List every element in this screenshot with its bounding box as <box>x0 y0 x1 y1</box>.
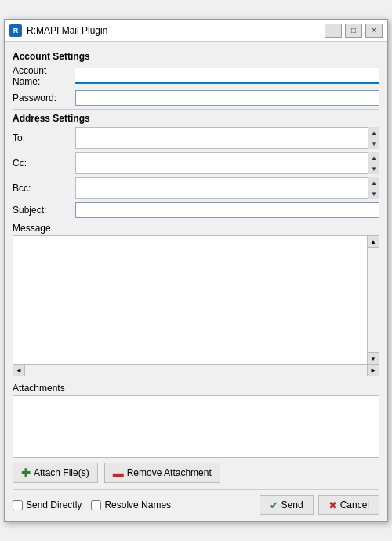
subject-label: Subject: <box>13 205 75 216</box>
content-area: Account Settings Account Name: Password:… <box>5 42 387 521</box>
to-scroll-down[interactable]: ▼ <box>368 138 379 149</box>
cancel-button[interactable]: ✖ Cancel <box>318 495 379 515</box>
main-window: R R:MAPI Mail Plugin – □ × Account Setti… <box>4 19 388 522</box>
subject-row: Subject: <box>13 202 379 218</box>
password-row: Password: <box>13 90 379 106</box>
action-buttons: ✔ Send ✖ Cancel <box>260 495 379 515</box>
minus-icon: ▬ <box>113 467 124 479</box>
attach-files-label: Attach File(s) <box>34 467 89 478</box>
account-name-label: Account Name: <box>13 65 75 87</box>
remove-attachment-button[interactable]: ▬ Remove Attachment <box>104 463 220 483</box>
check-icon: ✔ <box>270 499 278 511</box>
message-scroll-right[interactable]: ► <box>367 365 379 376</box>
password-label: Password: <box>13 93 75 103</box>
subject-input[interactable] <box>75 202 379 218</box>
to-scroll-up[interactable]: ▲ <box>368 127 379 138</box>
attach-files-button[interactable]: ✚ Attach File(s) <box>13 463 98 483</box>
cc-scroll-down[interactable]: ▼ <box>368 163 379 174</box>
bcc-field-wrapper: ▲ ▼ <box>75 177 379 199</box>
cc-label: Cc: <box>13 158 75 169</box>
x-icon: ✖ <box>328 499 337 511</box>
remove-attachment-label: Remove Attachment <box>127 467 212 478</box>
account-settings-label: Account Settings <box>13 51 379 62</box>
close-button[interactable]: × <box>365 24 383 38</box>
attachments-label: Attachments <box>13 383 379 394</box>
title-bar: R R:MAPI Mail Plugin – □ × <box>5 20 387 42</box>
message-scroll-left[interactable]: ◄ <box>13 365 25 376</box>
message-scroll-down[interactable]: ▼ <box>368 352 379 364</box>
message-hscroll-bar: ◄ ► <box>13 364 379 376</box>
window-title: R:MAPI Mail Plugin <box>27 25 325 36</box>
attachments-section: Attachments <box>13 383 379 458</box>
to-field-wrapper: ▲ ▼ <box>75 127 379 149</box>
app-icon: R <box>9 24 22 37</box>
window-controls: – □ × <box>325 24 383 38</box>
message-wrapper: ▲ ▼ ◄ ► <box>13 235 379 376</box>
cc-input[interactable] <box>75 152 379 174</box>
account-name-input[interactable] <box>75 68 379 84</box>
cc-field-wrapper: ▲ ▼ <box>75 152 379 174</box>
cc-row: Cc: ▲ ▼ <box>13 152 379 174</box>
message-hscroll-track <box>25 365 367 376</box>
cancel-label: Cancel <box>340 499 369 510</box>
checkbox-group: Send Directly Resolve Names <box>13 499 260 510</box>
address-settings-label: Address Settings <box>13 113 379 124</box>
resolve-names-item[interactable]: Resolve Names <box>91 499 171 510</box>
to-label: To: <box>13 133 75 143</box>
message-textarea[interactable] <box>13 236 367 361</box>
send-directly-item[interactable]: Send Directly <box>13 499 82 510</box>
to-input[interactable] <box>75 127 379 149</box>
password-input[interactable] <box>75 90 379 106</box>
cc-scroll-up[interactable]: ▲ <box>368 152 379 163</box>
resolve-names-label: Resolve Names <box>104 499 171 510</box>
maximize-button[interactable]: □ <box>345 24 362 38</box>
bottom-row: Send Directly Resolve Names ✔ Send ✖ Can… <box>13 489 379 515</box>
attach-buttons-row: ✚ Attach File(s) ▬ Remove Attachment <box>13 463 379 483</box>
bcc-row: Bcc: ▲ ▼ <box>13 177 379 199</box>
bcc-input[interactable] <box>75 177 379 199</box>
cc-scroll-arrows: ▲ ▼ <box>368 152 379 174</box>
to-scroll-arrows: ▲ ▼ <box>368 127 379 149</box>
bcc-label: Bcc: <box>13 183 75 194</box>
send-directly-label: Send Directly <box>26 499 82 510</box>
bcc-scroll-up[interactable]: ▲ <box>368 177 379 188</box>
account-name-row: Account Name: <box>13 65 379 87</box>
bcc-scroll-down[interactable]: ▼ <box>368 188 379 199</box>
message-vscroll: ▲ ▼ <box>367 236 379 364</box>
message-vscroll-track <box>368 248 379 352</box>
plus-icon: ✚ <box>21 467 31 479</box>
send-button[interactable]: ✔ Send <box>260 495 314 515</box>
message-label: Message <box>13 223 379 234</box>
message-scroll-up[interactable]: ▲ <box>368 236 379 248</box>
minimize-button[interactable]: – <box>325 24 342 38</box>
message-section: Message ▲ ▼ ◄ ► <box>13 223 379 376</box>
attachments-box <box>13 395 379 458</box>
resolve-names-checkbox[interactable] <box>91 500 101 510</box>
divider-1 <box>13 109 379 110</box>
to-row: To: ▲ ▼ <box>13 127 379 149</box>
bcc-scroll-arrows: ▲ ▼ <box>368 177 379 199</box>
send-label: Send <box>281 499 303 510</box>
send-directly-checkbox[interactable] <box>13 500 23 510</box>
